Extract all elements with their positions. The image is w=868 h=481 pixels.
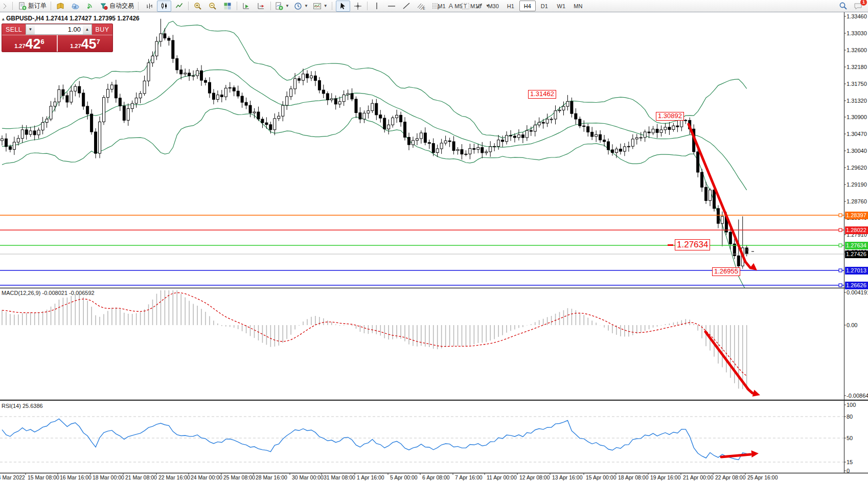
price-annotation[interactable]: 1.31462 <box>528 90 556 99</box>
timeframe-W1[interactable]: W1 <box>553 1 569 11</box>
timeframe-H4[interactable]: H4 <box>519 1 536 11</box>
price-axis-tick: 1.30900 <box>847 114 867 120</box>
timeframe-MN[interactable]: MN <box>570 1 586 11</box>
price-level-label: 1.28022 <box>845 226 868 234</box>
market-watch-button[interactable] <box>53 1 67 12</box>
toolbar-overflow-icon[interactable] <box>0 1 10 12</box>
price-axis-tick: 1.30470 <box>847 131 867 137</box>
symbol-collapse-icon[interactable]: ▴ <box>2 16 5 21</box>
main-toolbar: 新订单 a 自动交易 <box>0 0 868 12</box>
zoom-in-icon <box>194 2 202 10</box>
zoom-out-button[interactable] <box>205 1 220 12</box>
candlestick-chart-button[interactable] <box>157 1 171 12</box>
tile-windows-icon <box>223 2 232 10</box>
auto-trading-button[interactable]: 自动交易 <box>98 1 136 12</box>
time-axis-label: 13 Apr 16:00 <box>552 474 583 480</box>
chevron-down-icon: ▼ <box>285 4 289 8</box>
line-chart-button[interactable] <box>172 1 186 12</box>
cloud-icon: a <box>71 2 80 10</box>
timeframe-M5[interactable]: M5 <box>450 1 467 11</box>
time-axis-label: 25 Apr 16:00 <box>747 474 778 480</box>
price-level-label: 1.26626 <box>845 282 868 289</box>
notification-badge: 1 <box>860 0 867 6</box>
buy-price-sup: 7 <box>97 38 100 45</box>
mt4-window: { "toolbar": { "new_order_label": "新订单",… <box>0 0 868 481</box>
timeframe-D1[interactable]: D1 <box>536 1 553 11</box>
horizontal-line-icon <box>387 2 396 10</box>
timeframe-H1[interactable]: H1 <box>502 1 519 11</box>
zoom-in-button[interactable] <box>191 1 205 12</box>
timeframe-M1[interactable]: M1 <box>433 1 450 11</box>
chart-shift-button[interactable] <box>254 1 268 12</box>
time-axis-label: 21 Mar 08:00 <box>125 474 157 480</box>
trendline-tool-button[interactable] <box>399 1 414 12</box>
rsi-axis-tick: 0 <box>847 468 850 474</box>
buy-price[interactable]: 1.27457 <box>58 35 112 52</box>
time-axis-label: 11 Apr 00:00 <box>487 474 517 480</box>
bar-chart-button[interactable] <box>142 1 156 12</box>
chevron-down-icon: ▼ <box>304 4 308 8</box>
notifications-button[interactable]: 1 <box>851 1 865 12</box>
time-axis-label: 15 Mar 08:00 <box>28 474 59 480</box>
bar-chart-icon <box>146 2 153 10</box>
volume-decrease-button[interactable]: ▼ <box>26 25 35 34</box>
indicators-button[interactable]: ▼ <box>273 1 291 12</box>
toolbar-grip <box>12 2 14 10</box>
crosshair-tool-button[interactable] <box>351 1 365 12</box>
price-annotation[interactable]: 1.27634 <box>675 239 710 250</box>
market-button[interactable]: a <box>68 1 82 12</box>
time-axis-label: 14 Mar 2022 <box>0 474 25 480</box>
toolbar-left-group: 新订单 a 自动交易 <box>0 0 492 12</box>
buy-button[interactable]: BUY <box>92 24 112 35</box>
price-axis-tick: 1.28760 <box>847 198 867 204</box>
equidistant-channel-tool-button[interactable]: E <box>414 1 428 12</box>
auto-scroll-button[interactable] <box>239 1 254 12</box>
channel-icon: E <box>417 2 426 10</box>
price-axis-tick: 1.32600 <box>847 47 867 53</box>
timeframe-M30[interactable]: M30 <box>485 1 501 11</box>
sell-button[interactable]: SELL <box>2 24 26 35</box>
volume-input[interactable] <box>35 25 83 34</box>
auto-scroll-icon <box>242 2 250 10</box>
tile-windows-button[interactable] <box>220 1 235 12</box>
chevron-down-icon: ▼ <box>324 4 328 8</box>
signals-button[interactable] <box>83 1 97 12</box>
rsi-label: RSI(14) 25.6386 <box>2 403 43 409</box>
price-axis-tick: 1.33030 <box>847 30 867 36</box>
price-annotation[interactable]: 1.30892 <box>656 112 684 121</box>
periods-button[interactable]: ▼ <box>292 1 310 12</box>
separator <box>237 2 237 10</box>
svg-text:a: a <box>74 5 76 9</box>
annotation-leader <box>668 244 673 246</box>
new-order-button[interactable]: 新订单 <box>16 1 49 12</box>
time-axis-label: 31 Mar 08:00 <box>324 474 355 480</box>
separator <box>188 2 189 10</box>
price-axis-tick: 1.30040 <box>847 148 867 154</box>
time-axis-label: 16 Mar 16:00 <box>60 474 92 480</box>
volume-increase-button[interactable]: ▲ <box>83 25 92 34</box>
timeframe-M15[interactable]: M15 <box>467 1 484 11</box>
search-button[interactable] <box>836 1 850 12</box>
timeframe-group: M1M5M15M30H1H4D1W1MN <box>433 0 586 12</box>
price-axis-tick: 1.33460 <box>847 13 867 19</box>
symbol-name: GBPUSD-,H4 <box>6 15 44 22</box>
price-annotation[interactable]: 1.26955 <box>712 267 740 276</box>
chart-canvas[interactable] <box>0 0 868 481</box>
toolbar-grip <box>138 2 140 10</box>
price-level-label: 1.27013 <box>845 267 868 274</box>
vertical-line-icon <box>374 2 380 10</box>
toolbar-right-group: 1 <box>836 0 865 12</box>
time-axis-label: 15 Apr 00:00 <box>586 474 616 480</box>
cursor-tool-button[interactable] <box>336 1 350 12</box>
auto-trading-label: 自动交易 <box>109 2 134 10</box>
buy-price-big: 45 <box>81 37 97 51</box>
template-icon <box>313 2 322 10</box>
sell-price[interactable]: 1.27426 <box>2 35 58 52</box>
horizontal-line-tool-button[interactable] <box>384 1 399 12</box>
time-axis-label: 22 Mar 16:00 <box>158 474 190 480</box>
price-level-label: 1.27634 <box>845 242 868 249</box>
time-axis-label: 21 Apr 00:00 <box>683 474 714 480</box>
templates-button[interactable]: ▼ <box>311 1 330 12</box>
vertical-line-tool-button[interactable] <box>370 1 384 12</box>
add-indicator-icon <box>275 2 283 10</box>
